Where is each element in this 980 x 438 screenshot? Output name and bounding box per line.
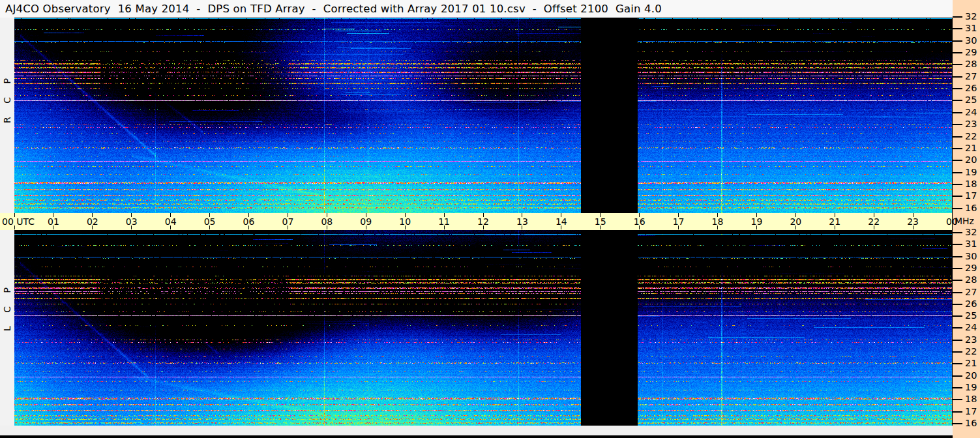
freq-tick (953, 196, 962, 197)
time-tick-label: 10 (399, 216, 411, 227)
freq-tick (953, 172, 962, 173)
page-title: AJ4CO Observatory 16 May 2014 - DPS on T… (5, 3, 662, 15)
freq-tick (953, 256, 962, 257)
freq-tick-label: 18 (965, 394, 977, 404)
title-bar: AJ4CO Observatory 16 May 2014 - DPS on T… (0, 0, 953, 18)
freq-tick-label: 18 (965, 179, 977, 189)
freq-tick (953, 399, 962, 400)
freq-tick-label: 28 (965, 274, 977, 285)
freq-tick (953, 40, 962, 42)
freq-tick-label: 26 (965, 299, 977, 309)
freq-tick-label: 24 (965, 107, 977, 117)
freq-tick (953, 208, 962, 209)
time-tick-label: 13 (516, 216, 528, 227)
freq-tick (953, 292, 962, 293)
freq-tick-label: 31 (965, 239, 977, 249)
freq-tick (953, 100, 962, 101)
freq-tick-label: 16 (965, 418, 977, 428)
freq-tick (953, 327, 962, 328)
freq-tick-label: 21 (965, 358, 977, 368)
freq-tick-label: 29 (965, 263, 977, 273)
freq-tick (953, 16, 962, 18)
time-tick-label: 03 (126, 216, 138, 227)
time-tick-label: 17 (673, 216, 685, 227)
time-tick-label: 07 (282, 216, 293, 227)
freq-tick-label: 32 (965, 227, 977, 237)
time-tick-label: 14 (556, 216, 567, 227)
time-tick-label: 06 (243, 216, 255, 227)
footer-strip (0, 426, 953, 435)
rcp-label-strip: R C P (0, 18, 14, 213)
freq-tick-label: 16 (965, 203, 977, 213)
freq-tick (953, 160, 962, 161)
time-axis (0, 213, 953, 230)
time-tick-label: 23 (907, 216, 919, 227)
lcp-panel-label: L C P (1, 269, 13, 331)
freq-tick (953, 268, 962, 269)
time-tick-label: 18 (712, 216, 724, 227)
freq-tick-label: 22 (965, 346, 977, 357)
freq-tick-label: 31 (965, 23, 977, 33)
freq-tick-label: 19 (965, 167, 977, 177)
freq-tick (953, 64, 962, 65)
freq-tick-label: 30 (965, 251, 977, 261)
freq-tick-label: 30 (965, 35, 977, 46)
freq-tick-label: 21 (965, 143, 977, 153)
time-tick-label: 11 (438, 216, 450, 227)
time-tick-label: 16 (634, 216, 646, 227)
freq-tick (953, 88, 962, 89)
freq-tick-label: 25 (965, 95, 977, 105)
freq-tick-label: 20 (965, 154, 977, 165)
freq-tick-label: 29 (965, 47, 977, 57)
freq-tick (953, 351, 962, 353)
app-window: AJ4CO Observatory 16 May 2014 - DPS on T… (0, 0, 980, 438)
time-tick-label: 04 (165, 216, 177, 227)
time-tick-label: 08 (321, 216, 333, 227)
time-tick-label: 12 (477, 216, 489, 227)
freq-tick (953, 136, 962, 138)
freq-tick (953, 28, 962, 29)
time-tick-label: 20 (790, 216, 801, 227)
freq-tick-label: 19 (965, 382, 977, 392)
freq-tick-label: 23 (965, 334, 977, 345)
time-tick-label: 01 (48, 216, 59, 227)
freq-tick-label: 22 (965, 131, 977, 141)
time-tick-label: 02 (87, 216, 98, 227)
time-tick-label: 15 (595, 216, 606, 227)
freq-tick (953, 112, 962, 113)
lcp-spectrogram-canvas (14, 230, 952, 426)
bottom-edge-bar (0, 435, 953, 438)
freq-tick (953, 304, 962, 305)
time-tick-label: 00 (946, 216, 958, 227)
time-tick-label: 05 (204, 216, 216, 227)
freq-tick (953, 315, 962, 317)
freq-tick (953, 76, 962, 78)
freq-tick (953, 340, 962, 341)
freq-tick-label: 17 (965, 406, 977, 416)
freq-tick-label: 26 (965, 83, 977, 93)
freq-tick (953, 387, 962, 388)
freq-tick-label: 24 (965, 322, 977, 332)
freq-tick (953, 375, 962, 377)
time-tick-label: 22 (868, 216, 880, 227)
freq-tick (953, 124, 962, 125)
freq-tick (953, 411, 962, 413)
time-tick-label: 09 (360, 216, 372, 227)
freq-tick-label: 17 (965, 190, 977, 201)
freq-tick-label: 20 (965, 370, 977, 381)
freq-tick (953, 244, 962, 245)
freq-tick (953, 423, 962, 424)
freq-tick (953, 280, 962, 281)
freq-tick (953, 184, 962, 185)
freq-tick-label: 27 (965, 71, 977, 81)
freq-tick-label: 27 (965, 287, 977, 297)
freq-tick (953, 232, 962, 233)
time-tick-label: 00 UTC (2, 216, 35, 227)
freq-tick-label: 23 (965, 119, 977, 129)
freq-tick-label: 25 (965, 310, 977, 321)
freq-tick-label: 28 (965, 59, 977, 69)
time-tick-label: 21 (829, 216, 840, 227)
time-tick-label: 19 (750, 216, 762, 227)
freq-tick (953, 363, 962, 364)
freq-tick (953, 52, 962, 53)
